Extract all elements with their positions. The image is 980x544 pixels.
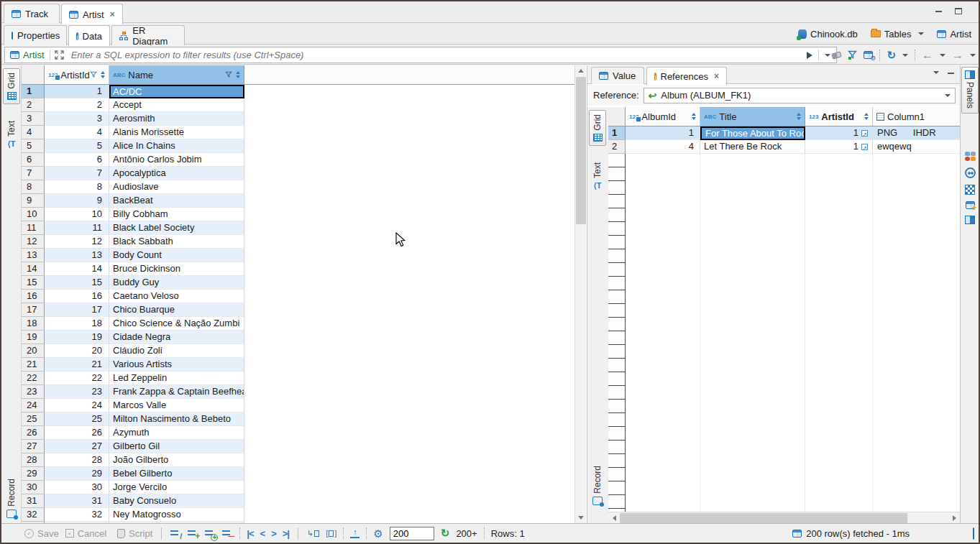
scrollbar-thumb[interactable]: [576, 77, 586, 224]
empty-row-header[interactable]: [608, 386, 626, 400]
row-header[interactable]: 21: [22, 358, 45, 372]
tab-value[interactable]: Value: [591, 67, 644, 84]
column-filter-icon[interactable]: [90, 71, 97, 78]
row-header[interactable]: 9: [22, 194, 45, 208]
cell-artistid[interactable]: 31: [45, 494, 109, 508]
row-header[interactable]: 12: [22, 235, 45, 249]
sort-toggle-icon[interactable]: [692, 113, 696, 120]
restore-window-button[interactable]: [953, 6, 964, 16]
first-row-button[interactable]: |<: [247, 528, 253, 539]
context-database[interactable]: Chinook.db: [798, 29, 858, 40]
cell-artistid[interactable]: 22: [45, 372, 109, 385]
close-tab-icon[interactable]: ×: [714, 71, 719, 81]
column-header-artistid[interactable]: 123 ArtistId: [805, 107, 873, 126]
context-table[interactable]: Artist: [937, 29, 971, 40]
cell-name[interactable]: Chico Science & Nação Zumbi: [109, 317, 244, 331]
empty-row-header[interactable]: [608, 400, 626, 413]
cell-artistid[interactable]: 8: [45, 180, 109, 194]
row-header[interactable]: 17: [22, 303, 45, 317]
row-header[interactable]: 30: [22, 481, 45, 494]
sort-toggle-icon[interactable]: [864, 113, 869, 120]
cell-artistid[interactable]: 1: [805, 126, 873, 140]
combo-dropdown-icon[interactable]: [945, 94, 951, 97]
row-header[interactable]: 3: [22, 112, 45, 126]
script-button[interactable]: Script: [117, 528, 152, 539]
cell-artistid[interactable]: 13: [45, 249, 109, 262]
tab-track[interactable]: Track: [4, 4, 60, 24]
cell-name[interactable]: Various Artists: [109, 358, 244, 372]
row-header[interactable]: 26: [22, 426, 45, 440]
row-header[interactable]: 1: [22, 85, 45, 98]
fetch-all-rows-icon[interactable]: []: [326, 529, 336, 538]
column-header-title[interactable]: ABC Title: [700, 107, 805, 126]
tab-er-diagram[interactable]: ER Diagram: [111, 25, 185, 45]
fetch-next-page-icon[interactable]: ↳: [307, 529, 319, 538]
expand-icon[interactable]: [55, 50, 64, 60]
empty-row-header[interactable]: [608, 290, 626, 304]
cell-name[interactable]: Marcos Valle: [109, 399, 244, 412]
empty-row-header[interactable]: [608, 481, 626, 495]
cell-artistid[interactable]: 23: [45, 385, 109, 399]
settings-gear-icon[interactable]: ⚙: [373, 528, 383, 539]
forward-arrow-icon[interactable]: →: [952, 50, 963, 60]
row-header[interactable]: 22: [22, 372, 45, 385]
cell-name[interactable]: Baby Consuelo: [109, 494, 244, 508]
cell-column1[interactable]: ewqewq: [873, 140, 960, 154]
empty-row-header[interactable]: [608, 167, 626, 181]
column-filter-icon[interactable]: [225, 71, 232, 78]
apply-filter-icon[interactable]: [807, 52, 812, 59]
row-header[interactable]: 16: [22, 290, 45, 303]
filter-funnel-icon[interactable]: [848, 50, 857, 60]
duplicate-row-icon[interactable]: [205, 529, 216, 538]
empty-row-header[interactable]: [608, 154, 626, 167]
cell-artistid[interactable]: 29: [45, 467, 109, 481]
cell-artistid[interactable]: 14: [45, 262, 109, 276]
sql-filter-input[interactable]: [68, 50, 801, 60]
presentation-tab-grid[interactable]: Grid: [3, 68, 20, 104]
row-header[interactable]: 24: [22, 399, 45, 412]
column-header-albumid[interactable]: 123 AlbumId: [626, 107, 700, 126]
cell-artistid[interactable]: 10: [45, 208, 109, 221]
save-button[interactable]: ✓ Save: [24, 528, 59, 539]
row-header[interactable]: 2: [22, 98, 45, 112]
empty-row-header[interactable]: [608, 359, 626, 372]
cell-name[interactable]: Caetano Veloso: [109, 290, 244, 303]
cell-name[interactable]: Cidade Negra: [109, 331, 244, 344]
cell-name[interactable]: Alanis Morissette: [109, 126, 244, 139]
row-header[interactable]: 29: [22, 467, 45, 481]
cell-name[interactable]: Audioslave: [109, 180, 244, 194]
column-header-name[interactable]: ABC Name: [109, 65, 244, 84]
row-header[interactable]: 25: [22, 412, 45, 426]
chevron-down-icon[interactable]: [918, 32, 924, 35]
cell-name[interactable]: Jorge Vercilo: [109, 481, 244, 494]
panel-tab-text[interactable]: Text ⟨T: [589, 159, 606, 194]
empty-row-header[interactable]: [608, 372, 626, 386]
clear-filter-icon[interactable]: [832, 51, 843, 60]
scrollbar-thumb[interactable]: [620, 513, 907, 523]
cell-artistid[interactable]: 7: [45, 167, 109, 180]
row-header[interactable]: 10: [22, 208, 45, 221]
sort-toggle-icon[interactable]: [236, 71, 240, 78]
cell-name[interactable]: Azymuth: [109, 426, 244, 440]
foreign-key-link-icon[interactable]: [861, 144, 868, 150]
cell-name[interactable]: Black Sabbath: [109, 235, 244, 249]
minimize-panel-icon[interactable]: [948, 72, 954, 74]
empty-row-header[interactable]: [608, 441, 626, 454]
empty-row-header[interactable]: [608, 277, 626, 290]
tab-references[interactable]: References ×: [646, 67, 727, 85]
scroll-right-button[interactable]: [948, 512, 960, 524]
cell-artistid[interactable]: 6: [45, 153, 109, 167]
back-arrow-icon[interactable]: ←: [922, 50, 933, 60]
cell-artistid[interactable]: 27: [45, 440, 109, 453]
back-dropdown-icon[interactable]: [940, 54, 945, 57]
cell-artistid[interactable]: 19: [45, 331, 109, 344]
record-mode-toggle[interactable]: Record: [3, 475, 20, 522]
cell-artistid[interactable]: 28: [45, 453, 109, 467]
row-header[interactable]: 2: [608, 140, 626, 154]
panel-record-toggle[interactable]: Record: [589, 462, 606, 509]
tab-data[interactable]: Data: [68, 25, 110, 46]
cell-artistid[interactable]: 25: [45, 412, 109, 426]
cell-name[interactable]: Led Zeppelin: [109, 372, 244, 385]
cell-name[interactable]: Milton Nascimento & Bebeto: [109, 412, 244, 426]
row-header[interactable]: 32: [22, 508, 45, 522]
